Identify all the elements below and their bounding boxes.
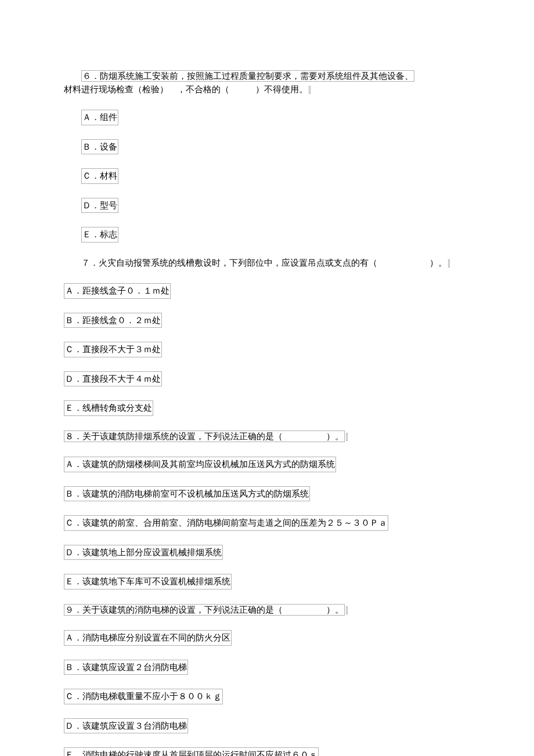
end-marker	[346, 606, 348, 614]
q9-option-d-text: Ｄ．该建筑应设置３台消防电梯	[64, 718, 188, 734]
question-8-stem: ８．关于该建筑防排烟系统的设置，下列说法正确的是（ ）。	[64, 430, 470, 443]
q8-option-c: Ｃ．该建筑的前室、合用前室、消防电梯间前室与走道之间的压差为２５～３０Ｐａ	[64, 515, 470, 531]
q8-option-b-text: Ｂ．该建筑的消防电梯前室可不设机械加压送风方式的防烟系统	[64, 486, 310, 502]
q7-option-b-text: Ｂ．距接线盒０．２ｍ处	[64, 313, 162, 328]
q6-option-e-text: Ｅ．标志	[81, 227, 118, 243]
q6-option-b-text: Ｂ．设备	[81, 139, 118, 155]
question-9-stem: ９．关于该建筑的消防电梯的设置，下列说法正确的是（ ）。	[64, 603, 470, 617]
q7-option-a-text: Ａ．距接线盒子０．１ｍ处	[64, 283, 171, 299]
q7-option-d: Ｄ．直接段不大于４ｍ处	[64, 371, 470, 387]
q8-option-e-text: Ｅ．该建筑地下车库可不设置机械排烟系统	[64, 574, 232, 589]
q7-option-e-text: Ｅ．线槽转角或分支处	[64, 400, 153, 416]
end-marker	[448, 259, 450, 267]
end-marker	[346, 433, 348, 441]
question-6-stem: ６．防烟系统施工安装前，按照施工过程质量控制要求，需要对系统组件及其他设备、 材…	[64, 70, 470, 96]
q6-option-a-text: Ａ．组件	[81, 110, 118, 125]
q8-option-d: Ｄ．该建筑地上部分应设置机械排烟系统	[64, 545, 470, 560]
q9-option-e-text: Ｅ．消防电梯的行驶速度从首层到顶层的运行时间不应超过６０ｓ	[64, 747, 319, 756]
q6-option-d-text: Ｄ．型号	[81, 198, 118, 214]
q6-stem-line2: 材料进行现场检查（检验） ，不合格的（ ）不得使用。	[64, 85, 308, 94]
q6-option-c-text: Ｃ．材料	[81, 168, 118, 184]
q9-option-c: Ｃ．消防电梯载重量不应小于８００ｋｇ	[64, 689, 470, 704]
q8-option-c-text: Ｃ．该建筑的前室、合用前室、消防电梯间前室与走道之间的压差为２５～３０Ｐａ	[64, 515, 388, 531]
q8-option-d-text: Ｄ．该建筑地上部分应设置机械排烟系统	[64, 545, 223, 560]
q6-option-c: Ｃ．材料	[81, 168, 470, 184]
q9-option-b: Ｂ．该建筑应设置２台消防电梯	[64, 660, 470, 675]
q7-option-b: Ｂ．距接线盒０．２ｍ处	[64, 313, 470, 328]
q9-option-e: Ｅ．消防电梯的行驶速度从首层到顶层的运行时间不应超过６０ｓ	[64, 747, 470, 756]
q9-option-b-text: Ｂ．该建筑应设置２台消防电梯	[64, 660, 188, 675]
q8-option-a-text: Ａ．该建筑的防烟楼梯间及其前室均应设机械加压送风方式的防烟系统	[64, 457, 336, 472]
q9-option-a-text: Ａ．消防电梯应分别设置在不同的防火分区	[64, 630, 232, 646]
q6-option-d: Ｄ．型号	[81, 198, 470, 214]
q7-option-d-text: Ｄ．直接段不大于４ｍ处	[64, 371, 162, 387]
q8-option-a: Ａ．该建筑的防烟楼梯间及其前室均应设机械加压送风方式的防烟系统	[64, 457, 470, 472]
end-marker	[309, 86, 311, 94]
q7-stem-text: ７．火灾自动报警系统的线槽敷设时，下列部位中，应设置吊点或支点的有（ ）。	[81, 258, 447, 267]
q8-option-b: Ｂ．该建筑的消防电梯前室可不设机械加压送风方式的防烟系统	[64, 486, 470, 502]
q7-option-a: Ａ．距接线盒子０．１ｍ处	[64, 283, 470, 299]
q9-stem-text: ９．关于该建筑的消防电梯的设置，下列说法正确的是（ ）。	[64, 604, 345, 616]
q6-option-a: Ａ．组件	[81, 110, 470, 125]
q9-option-c-text: Ｃ．消防电梯载重量不应小于８００ｋｇ	[64, 689, 223, 704]
q9-option-a: Ａ．消防电梯应分别设置在不同的防火分区	[64, 630, 470, 646]
q6-option-e: Ｅ．标志	[81, 227, 470, 243]
q9-option-d: Ｄ．该建筑应设置３台消防电梯	[64, 718, 470, 734]
q7-option-e: Ｅ．线槽转角或分支处	[64, 400, 470, 416]
q6-option-b: Ｂ．设备	[81, 139, 470, 155]
q7-option-c: Ｃ．直接段不大于３ｍ处	[64, 342, 470, 357]
q8-stem-text: ８．关于该建筑防排烟系统的设置，下列说法正确的是（ ）。	[64, 431, 345, 442]
q8-option-e: Ｅ．该建筑地下车库可不设置机械排烟系统	[64, 574, 470, 589]
q7-option-c-text: Ｃ．直接段不大于３ｍ处	[64, 342, 162, 357]
question-7-stem: ７．火灾自动报警系统的线槽敷设时，下列部位中，应设置吊点或支点的有（ ）。	[81, 256, 470, 270]
q6-stem-line1: ６．防烟系统施工安装前，按照施工过程质量控制要求，需要对系统组件及其他设备、	[81, 70, 414, 82]
